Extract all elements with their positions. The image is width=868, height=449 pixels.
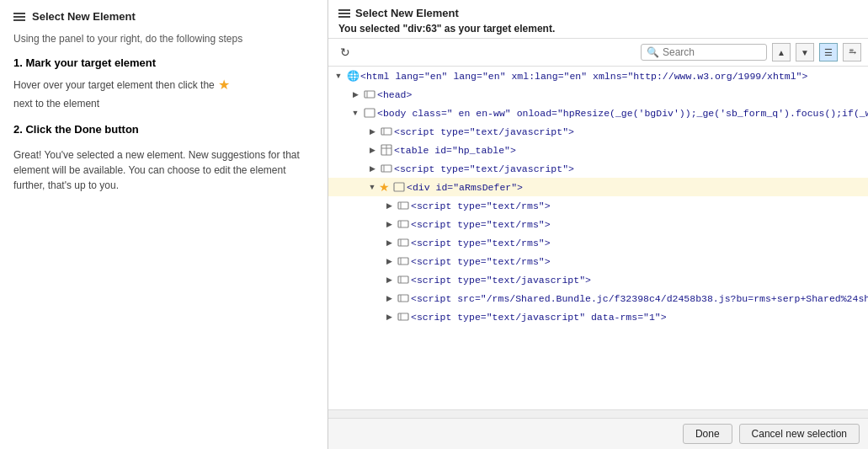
node-type-icon: [396, 270, 411, 289]
search-icon: 🔍: [647, 46, 659, 58]
footer: Done Cancel new selection: [328, 418, 868, 449]
svg-rect-2: [365, 109, 375, 117]
svg-rect-23: [398, 313, 408, 320]
right-title-text: Select New Element: [355, 7, 459, 19]
node-text: <script type="text/rms">: [411, 200, 551, 211]
left-subtitle: Using the panel to your right, do the fo…: [13, 33, 314, 45]
left-panel-title: Select New Element: [13, 10, 314, 23]
horizontal-scrollbar[interactable]: [328, 409, 868, 418]
node-type-icon: [379, 159, 394, 178]
toggle-button[interactable]: ▶: [365, 122, 379, 141]
node-type-icon: [396, 233, 411, 252]
node-type-icon: [362, 104, 377, 122]
star-marker-icon: ★: [379, 180, 390, 194]
step1-post-text: next to the element: [13, 96, 99, 111]
svg-rect-10: [394, 183, 404, 191]
node-type-icon: [396, 196, 411, 215]
done-button[interactable]: Done: [683, 424, 732, 444]
step1-pre-text: Hover over your target element then clic…: [13, 78, 215, 93]
svg-rect-11: [398, 202, 408, 209]
toggle-button[interactable]: ▼: [349, 104, 362, 122]
svg-rect-19: [398, 276, 408, 283]
toggle-button[interactable]: ▶: [365, 159, 379, 178]
tree-row[interactable]: ▶<script type="text/rms">: [328, 196, 868, 215]
node-text: <script src="/rms/Shared.Bundle.jc/f3239…: [411, 293, 868, 304]
node-text: <script type="text/rms">: [411, 238, 551, 249]
svg-rect-13: [398, 221, 408, 227]
tree-row[interactable]: ▼<body class=" en en-ww" onload="hpResiz…: [328, 104, 868, 122]
toggle-button[interactable]: ▶: [382, 196, 396, 215]
tree-row[interactable]: ▶<script type="text/rms">: [328, 252, 868, 270]
nav-up-button[interactable]: ▲: [772, 43, 791, 61]
step2-body: Great! You've selected a new element. Ne…: [13, 147, 314, 193]
tree-row[interactable]: ▶<script type="text/javascript">: [328, 122, 868, 141]
tree-row[interactable]: ▶<script type="text/javascript">: [328, 159, 868, 178]
tree-row[interactable]: ▶<head>: [328, 85, 868, 104]
node-text: <script type="text/javascript">: [411, 275, 591, 286]
node-type-icon: [396, 252, 411, 270]
right-panel-icon: [338, 9, 350, 18]
step1-body: Hover over your target element then clic…: [13, 78, 314, 111]
node-type-icon: [391, 178, 407, 196]
toggle-button[interactable]: ▼: [365, 178, 379, 196]
node-text: <body class=" en en-ww" onload="hpResize…: [377, 108, 868, 119]
toggle-button[interactable]: ▶: [382, 252, 396, 270]
svg-rect-17: [398, 258, 408, 265]
node-text: <script type="text/javascript">: [394, 163, 574, 174]
refresh-button[interactable]: ↻: [335, 42, 355, 62]
toggle-button[interactable]: ▶: [382, 289, 396, 307]
step2-title: 2. Click the Done button: [13, 123, 314, 136]
selected-info-text: You selected "div:63" as your target ele…: [338, 23, 555, 35]
right-header: Select New Element You selected "div:63"…: [328, 0, 868, 39]
toggle-button[interactable]: ▶: [382, 307, 396, 326]
search-box: 🔍: [641, 44, 767, 61]
node-text: <html lang="en" lang="en" xml:lang="en" …: [360, 71, 807, 82]
svg-rect-21: [398, 295, 408, 302]
tree-row[interactable]: ▶<script src="/rms/Shared.Bundle.jc/f323…: [328, 289, 868, 307]
node-text: <script type="text/rms">: [411, 256, 551, 267]
tree-row[interactable]: ▼🌐<html lang="en" lang="en" xml:lang="en…: [328, 67, 868, 85]
toggle-button[interactable]: ▶: [382, 270, 396, 289]
star-icon: ★: [218, 78, 230, 92]
view-tree-button[interactable]: ☰: [819, 43, 838, 61]
toggle-button[interactable]: ▶: [382, 233, 396, 252]
selected-info: You selected "div:63" as your target ele…: [338, 23, 858, 35]
left-panel: Select New Element Using the panel to yo…: [0, 0, 328, 449]
node-type-icon: [396, 215, 411, 233]
tree-row[interactable]: ▼★<div id="aRmsDefer">: [328, 178, 868, 196]
toggle-button[interactable]: ▼: [332, 67, 345, 85]
search-input[interactable]: [663, 46, 761, 58]
tree-row[interactable]: ▶<table id="hp_table">: [328, 141, 868, 159]
svg-rect-0: [365, 91, 375, 98]
tree-row[interactable]: ▶<script type="text/javascript" data-rms…: [328, 307, 868, 326]
node-type-icon: [396, 307, 411, 326]
svg-rect-3: [381, 128, 391, 135]
node-type-icon: [379, 141, 394, 159]
tree-row[interactable]: ▶<script type="text/rms">: [328, 233, 868, 252]
toggle-button[interactable]: ▶: [349, 85, 362, 104]
node-text: <script type="text/rms">: [411, 219, 551, 230]
svg-rect-15: [398, 239, 408, 246]
left-title-text: Select New Element: [32, 10, 136, 23]
node-text: <div id="aRmsDefer">: [407, 182, 523, 193]
right-panel: Select New Element You selected "div:63"…: [328, 0, 868, 449]
step1-title: 1. Mark your target element: [13, 56, 314, 69]
toolbar: ↻ 🔍 ▲ ▼ ☰ ⥱: [328, 39, 868, 67]
nav-down-button[interactable]: ▼: [796, 43, 814, 61]
node-type-icon: [396, 289, 411, 307]
tree-row[interactable]: ▶<script type="text/javascript">: [328, 270, 868, 289]
tree-container[interactable]: ▼🌐<html lang="en" lang="en" xml:lang="en…: [328, 67, 868, 409]
cancel-button[interactable]: Cancel new selection: [739, 424, 860, 444]
node-text: <script type="text/javascript">: [394, 126, 574, 137]
panel-icon: [13, 13, 25, 21]
view-list-button[interactable]: ⥱: [843, 43, 861, 61]
node-type-icon: [379, 122, 394, 141]
node-text: <head>: [377, 89, 412, 100]
tree-row[interactable]: ▶<script type="text/rms">: [328, 215, 868, 233]
node-text: <table id="hp_table">: [394, 145, 516, 156]
toggle-button[interactable]: ▶: [382, 215, 396, 233]
node-text: <script type="text/javascript" data-rms=…: [411, 312, 667, 323]
node-type-icon: [362, 85, 377, 104]
toggle-button[interactable]: ▶: [365, 141, 379, 159]
node-type-icon: 🌐: [345, 67, 360, 85]
